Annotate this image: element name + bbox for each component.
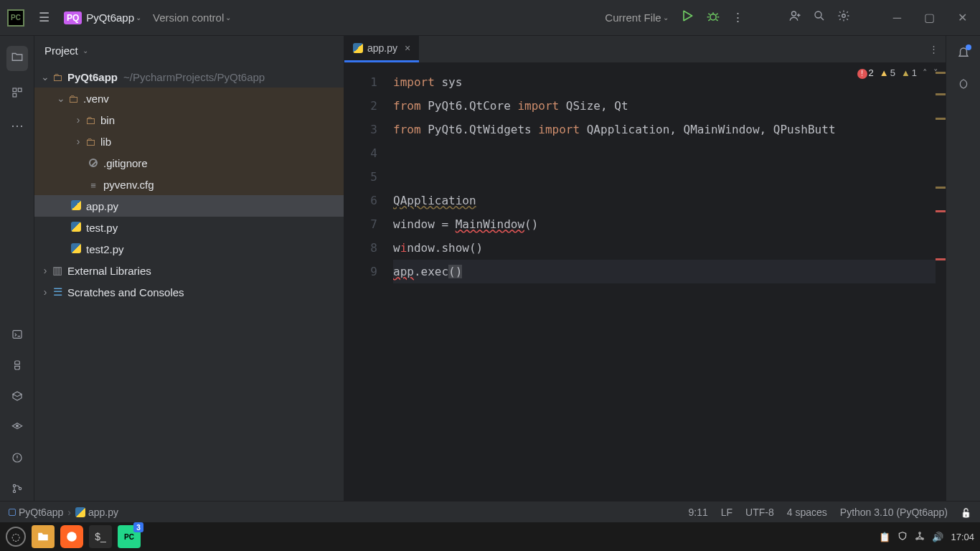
tab-label: app.py bbox=[367, 42, 397, 54]
left-tool-strip: ⋯ bbox=[0, 36, 34, 522]
svg-rect-5 bbox=[18, 88, 22, 92]
main-menu-button[interactable]: ☰ bbox=[36, 7, 52, 28]
tree-scratches[interactable]: › Scratches and Consoles bbox=[34, 281, 344, 303]
tree-external-libraries[interactable]: › External Libraries bbox=[34, 260, 344, 281]
next-highlight-button[interactable]: ˅ bbox=[933, 67, 938, 78]
folder-icon: 🗀 bbox=[50, 71, 65, 83]
chevron-down-icon: ⌄ bbox=[225, 14, 231, 22]
tree-venv[interactable]: ⌄ 🗀 .venv bbox=[34, 88, 344, 109]
editor-gutter: 1 2 3 4 5 6 7 8 9 bbox=[344, 63, 387, 514]
file-manager-icon[interactable] bbox=[32, 525, 55, 548]
line-number: 2 bbox=[344, 94, 377, 118]
pycharm-taskbar-icon[interactable]: PC 3 bbox=[118, 525, 141, 548]
prev-highlight-button[interactable]: ˄ bbox=[923, 67, 928, 78]
tree-pyvenvcfg[interactable]: pyvenv.cfg bbox=[34, 174, 344, 195]
line-number: 9 bbox=[344, 260, 377, 283]
inspection-warnings[interactable]: ▲5 bbox=[880, 67, 895, 78]
window-minimize-button[interactable]: ─ bbox=[887, 9, 907, 27]
inspection-weak[interactable]: ▲1 bbox=[901, 67, 917, 78]
line-number: 4 bbox=[344, 141, 377, 165]
python-file-icon bbox=[75, 507, 85, 517]
tray-volume-icon[interactable]: 🔊 bbox=[932, 532, 943, 542]
code-with-me-icon[interactable] bbox=[788, 9, 801, 26]
structure-tool-icon[interactable] bbox=[11, 87, 23, 102]
settings-icon[interactable] bbox=[837, 9, 850, 26]
python-console-icon[interactable] bbox=[11, 359, 23, 375]
editor-tabs-more-button[interactable]: ⋮ bbox=[922, 36, 946, 62]
interpreter-selector[interactable]: Python 3.10 (PyQt6app) bbox=[840, 507, 948, 518]
breadcrumb-separator-icon: › bbox=[67, 507, 71, 518]
search-everywhere-icon[interactable] bbox=[813, 9, 826, 26]
vcs-selector[interactable]: Version control ⌄ bbox=[153, 11, 231, 24]
inspection-summary[interactable]: !2 ▲5 ▲1 ˄ ˅ bbox=[857, 67, 938, 79]
close-icon[interactable]: × bbox=[405, 42, 410, 54]
problems-tool-icon[interactable] bbox=[11, 452, 23, 467]
tree-label: bin bbox=[100, 114, 115, 126]
tab-app-py[interactable]: app.py × bbox=[344, 36, 419, 62]
tree-gitignore[interactable]: .gitignore bbox=[34, 152, 344, 174]
tray-shield-icon[interactable] bbox=[897, 531, 908, 543]
more-tools-icon[interactable]: ⋯ bbox=[11, 118, 24, 133]
config-file-icon bbox=[86, 179, 100, 191]
svg-point-14 bbox=[916, 537, 918, 539]
tree-lib[interactable]: › 🗀 lib bbox=[34, 131, 344, 152]
terminal-tool-icon[interactable] bbox=[11, 329, 23, 344]
debug-button[interactable] bbox=[706, 9, 720, 27]
gitignore-icon bbox=[86, 157, 100, 169]
svg-rect-7 bbox=[13, 331, 22, 339]
tree-test2-py[interactable]: test2.py bbox=[34, 238, 344, 260]
editor-area: app.py × ⋮ !2 ▲5 ▲1 ˄ ˅ 1 2 3 4 5 6 7 8 … bbox=[344, 36, 946, 522]
code-editor[interactable]: 1 2 3 4 5 6 7 8 9 import sys from PyQt6.… bbox=[344, 63, 946, 514]
tray-clipboard-icon[interactable]: 📋 bbox=[879, 532, 890, 542]
tree-bin[interactable]: › 🗀 bin bbox=[34, 109, 344, 131]
vcs-label: Version control bbox=[153, 11, 224, 24]
library-icon bbox=[50, 264, 65, 277]
line-separator[interactable]: LF bbox=[721, 507, 732, 518]
readonly-toggle-icon[interactable] bbox=[961, 507, 971, 518]
scratches-icon bbox=[50, 286, 65, 298]
terminal-icon[interactable]: $_ bbox=[89, 525, 112, 548]
right-tool-strip bbox=[946, 36, 980, 522]
editor-error-stripe[interactable] bbox=[936, 63, 946, 514]
indent-settings[interactable]: 4 spaces bbox=[787, 507, 827, 518]
more-button[interactable]: ⋮ bbox=[732, 10, 744, 25]
start-menu-button[interactable]: ◌ bbox=[6, 527, 26, 547]
project-selector[interactable]: PQ PyQt6app ⌄ bbox=[64, 11, 141, 24]
folder-icon: 🗀 bbox=[83, 136, 98, 148]
run-button[interactable] bbox=[680, 9, 694, 27]
tree-label: .gitignore bbox=[103, 157, 148, 169]
window-close-button[interactable]: ✕ bbox=[952, 8, 973, 27]
window-maximize-button[interactable]: ▢ bbox=[918, 8, 941, 27]
svg-point-10 bbox=[13, 484, 15, 486]
breadcrumb-file[interactable]: app.py bbox=[75, 507, 118, 518]
tree-test-py[interactable]: test.py bbox=[34, 217, 344, 238]
tree-label: lib bbox=[100, 136, 111, 148]
run-config-selector[interactable]: Current File ⌄ bbox=[605, 11, 668, 24]
svg-rect-4 bbox=[13, 88, 17, 92]
caret-position[interactable]: 9:11 bbox=[688, 507, 707, 518]
python-packages-icon[interactable] bbox=[11, 390, 23, 405]
vcs-tool-icon[interactable] bbox=[11, 483, 23, 498]
browser-icon[interactable] bbox=[60, 525, 83, 548]
ide-logo-icon: PC bbox=[7, 9, 24, 27]
notifications-icon[interactable] bbox=[957, 46, 970, 62]
tray-network-icon[interactable] bbox=[915, 531, 925, 543]
svg-point-11 bbox=[13, 490, 15, 492]
breadcrumb-root[interactable]: PyQt6app bbox=[9, 507, 63, 518]
project-tool-window: Project ⌄ ⌄ 🗀 PyQt6app ~/PycharmProjects… bbox=[34, 36, 344, 522]
tree-label: test.py bbox=[86, 222, 118, 234]
tray-clock[interactable]: 17:04 bbox=[951, 532, 974, 542]
code-content[interactable]: import sys from PyQt6.QtCore import QSiz… bbox=[387, 63, 936, 514]
inspection-errors[interactable]: !2 bbox=[857, 67, 874, 79]
services-tool-icon[interactable] bbox=[11, 421, 23, 436]
module-icon bbox=[9, 509, 16, 516]
window-titlebar: PC ☰ PQ PyQt6app ⌄ Version control ⌄ Cur… bbox=[0, 0, 980, 36]
ai-assistant-icon[interactable] bbox=[958, 78, 969, 93]
tree-project-root[interactable]: ⌄ 🗀 PyQt6app ~/PycharmProjects/PyQt6app bbox=[34, 66, 344, 88]
project-tool-icon[interactable] bbox=[6, 46, 28, 71]
svg-point-2 bbox=[815, 11, 821, 18]
file-encoding[interactable]: UTF-8 bbox=[745, 507, 774, 518]
tree-app-py[interactable]: app.py bbox=[34, 195, 344, 217]
project-panel-title: Project bbox=[44, 44, 78, 57]
project-panel-header[interactable]: Project ⌄ bbox=[34, 36, 344, 65]
